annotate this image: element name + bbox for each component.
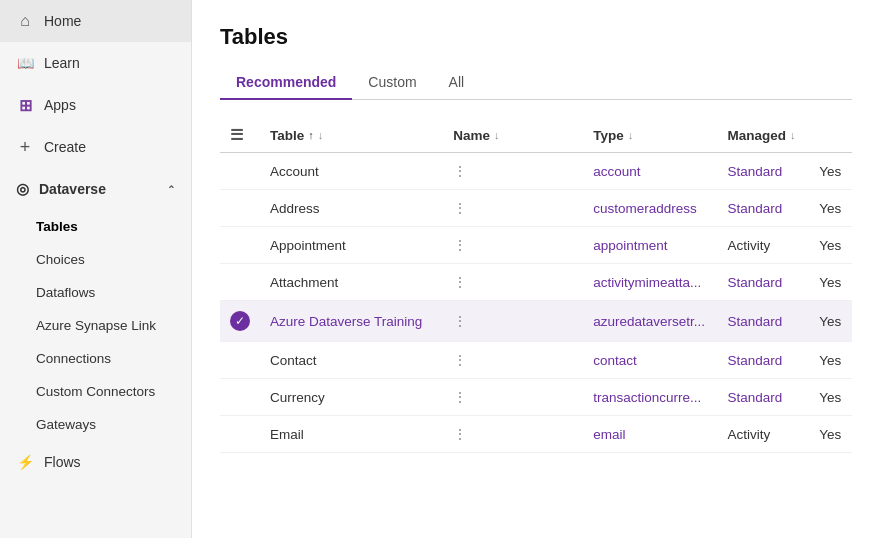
row-name-link[interactable]: azuredataversetr...: [593, 314, 705, 329]
managed-filter-icon[interactable]: ↓: [790, 129, 796, 141]
table-row[interactable]: Email⋮emailActivityYes: [220, 416, 852, 453]
table-row[interactable]: ✓Azure Dataverse Training⋮azuredataverse…: [220, 301, 852, 342]
dot-menu-icon[interactable]: ⋮: [447, 273, 473, 292]
dot-menu-icon[interactable]: ⋮: [447, 162, 473, 181]
row-name: activitymimeatta...: [583, 264, 717, 301]
row-name: email: [583, 416, 717, 453]
apps-icon: ⊞: [16, 96, 34, 114]
sort-toggle-icon[interactable]: ↓: [318, 129, 324, 141]
row-dot-menu[interactable]: ⋮: [443, 342, 583, 379]
row-name: contact: [583, 342, 717, 379]
row-table-name[interactable]: Account: [260, 153, 443, 190]
tab-all[interactable]: All: [433, 66, 481, 100]
home-icon: [16, 12, 34, 30]
row-name: transactioncurre...: [583, 379, 717, 416]
table-row[interactable]: Contact⋮contactStandardYes: [220, 342, 852, 379]
row-dot-menu[interactable]: ⋮: [443, 264, 583, 301]
dot-menu-icon[interactable]: ⋮: [447, 351, 473, 370]
row-name: azuredataversetr...: [583, 301, 717, 342]
page-title: Tables: [220, 24, 852, 50]
row-select-cell: [220, 342, 260, 379]
table-row[interactable]: Address⋮customeraddressStandardYes: [220, 190, 852, 227]
table-row[interactable]: Appointment⋮appointmentActivityYes: [220, 227, 852, 264]
sidebar-item-home[interactable]: Home: [0, 0, 191, 42]
dot-menu-icon[interactable]: ⋮: [447, 388, 473, 407]
chevron-up-icon: ⌃: [167, 184, 175, 195]
table-row[interactable]: Currency⋮transactioncurre...StandardYes: [220, 379, 852, 416]
row-table-name[interactable]: Attachment: [260, 264, 443, 301]
sidebar-sub-item-gateways[interactable]: Gateways: [0, 408, 191, 441]
col-managed-label: Managed: [728, 128, 787, 143]
row-managed: Yes: [809, 342, 852, 379]
row-type: Standard: [718, 153, 810, 190]
row-dot-menu[interactable]: ⋮: [443, 227, 583, 264]
sidebar-sub-connections-label: Connections: [36, 351, 111, 366]
sidebar-sub-tables-label: Tables: [36, 219, 78, 234]
sidebar-item-learn-label: Learn: [44, 55, 80, 71]
row-managed: Yes: [809, 416, 852, 453]
row-table-name[interactable]: Currency: [260, 379, 443, 416]
sidebar-sub-item-connections[interactable]: Connections: [0, 342, 191, 375]
row-type: Activity: [718, 416, 810, 453]
row-name: customeraddress: [583, 190, 717, 227]
dot-menu-icon[interactable]: ⋮: [447, 236, 473, 255]
main-content: Tables Recommended Custom All ☰ Table: [192, 0, 880, 538]
sidebar-sub-choices-label: Choices: [36, 252, 85, 267]
sidebar-item-dataverse[interactable]: ◎ Dataverse ⌃: [0, 168, 191, 210]
row-dot-menu[interactable]: ⋮: [443, 379, 583, 416]
row-table-name[interactable]: Address: [260, 190, 443, 227]
row-managed: Yes: [809, 264, 852, 301]
learn-icon: 📖: [16, 54, 34, 72]
row-dot-menu[interactable]: ⋮: [443, 416, 583, 453]
dot-menu-icon[interactable]: ⋮: [447, 312, 473, 331]
row-table-name[interactable]: Contact: [260, 342, 443, 379]
row-select-cell: [220, 227, 260, 264]
row-table-name[interactable]: Azure Dataverse Training: [260, 301, 443, 342]
row-dot-menu[interactable]: ⋮: [443, 190, 583, 227]
create-icon: +: [16, 138, 34, 156]
row-dot-menu[interactable]: ⋮: [443, 153, 583, 190]
row-table-name[interactable]: Email: [260, 416, 443, 453]
column-filter-icon[interactable]: ☰: [230, 126, 243, 143]
sidebar-item-flows[interactable]: ⚡ Flows: [0, 441, 191, 483]
row-type: Standard: [718, 190, 810, 227]
row-type: Standard: [718, 379, 810, 416]
col-type-label: Type: [593, 128, 624, 143]
sidebar-sub-custom-connectors-label: Custom Connectors: [36, 384, 155, 399]
sidebar-sub-item-dataflows[interactable]: Dataflows: [0, 276, 191, 309]
table-wrapper: ☰ Table ↑ ↓ Name ↓: [220, 118, 852, 538]
sidebar-item-learn[interactable]: 📖 Learn: [0, 42, 191, 84]
tab-recommended[interactable]: Recommended: [220, 66, 352, 100]
row-select-cell: [220, 379, 260, 416]
row-name: appointment: [583, 227, 717, 264]
name-filter-icon[interactable]: ↓: [494, 129, 500, 141]
dot-menu-icon[interactable]: ⋮: [447, 199, 473, 218]
table-row[interactable]: Account⋮accountStandardYes: [220, 153, 852, 190]
type-filter-icon[interactable]: ↓: [628, 129, 634, 141]
sidebar-item-apps[interactable]: ⊞ Apps: [0, 84, 191, 126]
sidebar-sub-azure-synapse-label: Azure Synapse Link: [36, 318, 156, 333]
col-name-label: Name: [453, 128, 490, 143]
selected-checkmark-icon: ✓: [230, 311, 250, 331]
sidebar-sub-item-azure-synapse-link[interactable]: Azure Synapse Link: [0, 309, 191, 342]
sidebar-sub-dataflows-label: Dataflows: [36, 285, 95, 300]
row-select-cell: [220, 264, 260, 301]
sidebar: Home 📖 Learn ⊞ Apps + Create ◎ Dataverse…: [0, 0, 192, 538]
row-select-cell: [220, 190, 260, 227]
row-name: account: [583, 153, 717, 190]
table-row[interactable]: Attachment⋮activitymimeatta...StandardYe…: [220, 264, 852, 301]
row-dot-menu[interactable]: ⋮: [443, 301, 583, 342]
tab-bar: Recommended Custom All: [220, 66, 852, 100]
row-managed: Yes: [809, 227, 852, 264]
sidebar-sub-item-custom-connectors[interactable]: Custom Connectors: [0, 375, 191, 408]
row-managed: Yes: [809, 379, 852, 416]
sidebar-sub-item-tables[interactable]: Tables: [0, 210, 191, 243]
row-table-name[interactable]: Appointment: [260, 227, 443, 264]
sidebar-item-flows-label: Flows: [44, 454, 81, 470]
sidebar-sub-gateways-label: Gateways: [36, 417, 96, 432]
dot-menu-icon[interactable]: ⋮: [447, 425, 473, 444]
sort-asc-icon[interactable]: ↑: [308, 129, 314, 141]
sidebar-sub-item-choices[interactable]: Choices: [0, 243, 191, 276]
tab-custom[interactable]: Custom: [352, 66, 432, 100]
sidebar-item-create[interactable]: + Create: [0, 126, 191, 168]
